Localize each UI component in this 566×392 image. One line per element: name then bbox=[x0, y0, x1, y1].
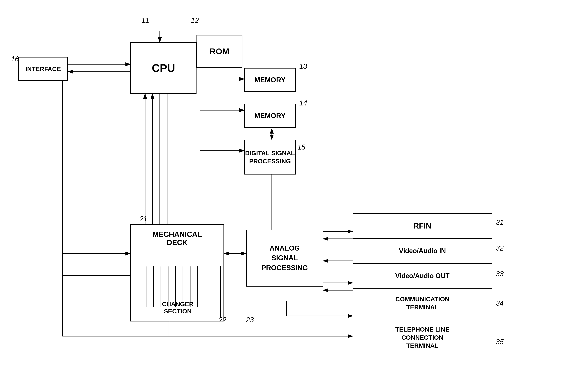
ref-33: 33 bbox=[496, 270, 504, 278]
dsp-block: DIGITAL SIGNALPROCESSING bbox=[244, 140, 296, 174]
ref-31: 31 bbox=[496, 219, 504, 226]
ref-22: 22 bbox=[219, 316, 226, 324]
ref-15: 15 bbox=[298, 143, 305, 151]
ref-21: 21 bbox=[139, 215, 147, 223]
ref-32: 32 bbox=[496, 244, 504, 252]
ref-35: 35 bbox=[496, 338, 504, 346]
ref-11: 11 bbox=[141, 16, 149, 24]
ref-14: 14 bbox=[299, 99, 307, 107]
video-audio-out-row: Video/Audio OUT bbox=[353, 264, 492, 289]
tel-terminal-row: TELEPHONE LINECONNECTIONTERMINAL bbox=[353, 318, 492, 357]
interface-block: INTERFACE bbox=[18, 57, 68, 81]
comm-terminal-row: COMMUNICATIONTERMINAL bbox=[353, 289, 492, 318]
analog-block: ANALOGSIGNALPROCESSING bbox=[246, 230, 323, 287]
memory2-block: MEMORY bbox=[244, 104, 296, 128]
ref-16: 16 bbox=[11, 55, 19, 63]
rfin-row: RFIN bbox=[353, 214, 492, 239]
ref-23: 23 bbox=[246, 316, 254, 324]
right-panel: RFIN Video/Audio IN Video/Audio OUT COMM… bbox=[353, 213, 492, 356]
ref-13: 13 bbox=[299, 62, 307, 70]
ref-12: 12 bbox=[191, 16, 199, 24]
diagram: 11 12 CPU ROM 13 MEMORY 14 MEMORY 15 DIG… bbox=[0, 0, 566, 392]
ref-34: 34 bbox=[496, 299, 504, 307]
rom-block: ROM bbox=[196, 35, 242, 68]
video-audio-in-row: Video/Audio IN bbox=[353, 239, 492, 264]
cpu-block: CPU bbox=[130, 42, 196, 94]
mechanical-deck-block: MECHANICALDECK CHANGERSECTION bbox=[130, 224, 224, 322]
memory1-block: MEMORY bbox=[244, 68, 296, 92]
